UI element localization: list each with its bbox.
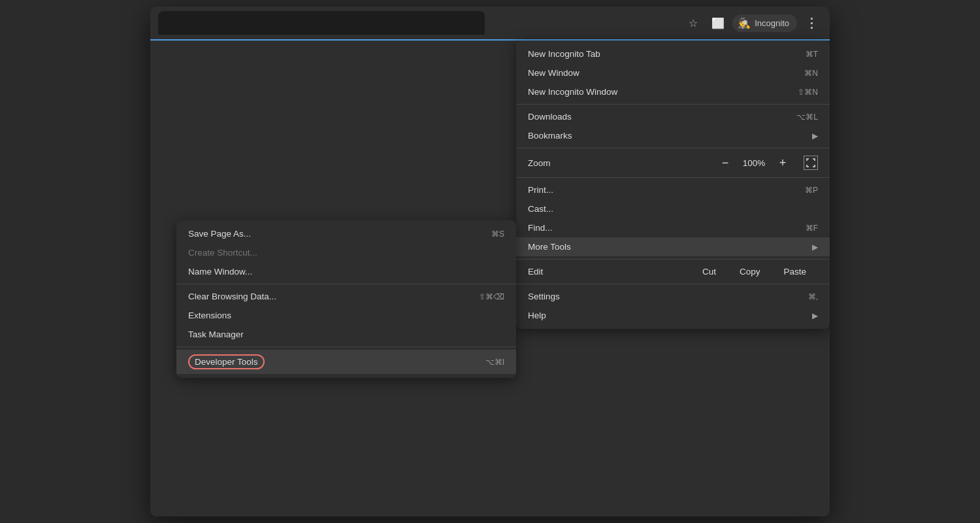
menu-item-label: New Incognito Tab — [528, 49, 600, 59]
submenu-item-extensions[interactable]: Extensions — [176, 306, 516, 325]
menu-item-help[interactable]: Help ▶ — [516, 306, 830, 325]
zoom-controls: − 100% + — [717, 156, 818, 170]
zoom-plus-button[interactable]: + — [775, 156, 791, 170]
copy-button[interactable]: Copy — [728, 267, 772, 277]
shortcut-save-page-as: ⌘S — [491, 229, 504, 239]
zoom-fullscreen-button[interactable] — [804, 156, 818, 170]
developer-tools-label: Developer Tools — [188, 354, 265, 369]
menu-item-label: New Incognito Window — [528, 87, 617, 97]
shortcut-settings: ⌘, — [808, 292, 818, 301]
page-content: New Incognito Tab ⌘T New Window ⌘N New I… — [150, 41, 830, 516]
zoom-value: 100% — [741, 158, 767, 168]
menu-item-label: Print... — [528, 185, 553, 195]
shortcut-new-incognito-window: ⇧⌘N — [798, 88, 818, 97]
menu-item-new-window[interactable]: New Window ⌘N — [516, 63, 830, 82]
submenu-divider-2 — [176, 346, 516, 347]
menu-item-label: Cast... — [528, 204, 553, 214]
menu-item-print[interactable]: Print... ⌘P — [516, 180, 830, 199]
cut-button[interactable]: Cut — [691, 267, 728, 277]
submenu-item-label: Task Manager — [188, 329, 244, 339]
zoom-label: Zoom — [528, 158, 717, 168]
arrow-icon: ▶ — [812, 243, 818, 252]
menu-item-label: Settings — [528, 292, 560, 301]
star-button[interactable]: ☆ — [683, 12, 704, 33]
toolbar: ☆ ⬜ 🕵 Incognito ⋮ — [150, 7, 830, 41]
shortcut-new-incognito-tab: ⌘T — [806, 50, 818, 59]
submenu-item-developer-tools[interactable]: Developer Tools ⌥⌘I — [176, 350, 516, 374]
active-tab[interactable] — [158, 11, 485, 35]
menu-divider-3 — [516, 177, 830, 178]
submenu-divider-1 — [176, 284, 516, 284]
shortcut-new-window: ⌘N — [804, 69, 818, 78]
menu-item-settings[interactable]: Settings ⌘, — [516, 287, 830, 306]
window-button[interactable]: ⬜ — [708, 12, 728, 33]
shortcut-find: ⌘F — [806, 224, 818, 233]
star-icon: ☆ — [689, 17, 698, 29]
zoom-minus-button[interactable]: − — [717, 156, 733, 170]
tab-strip — [158, 11, 678, 35]
menu-item-find[interactable]: Find... ⌘F — [516, 218, 830, 237]
menu-item-cast[interactable]: Cast... — [516, 199, 830, 218]
incognito-badge: 🕵 Incognito — [732, 14, 797, 32]
main-menu: New Incognito Tab ⌘T New Window ⌘N New I… — [516, 41, 830, 329]
submenu-item-label: Save Page As... — [188, 229, 251, 239]
submenu-item-task-manager[interactable]: Task Manager — [176, 325, 516, 344]
shortcut-print: ⌘P — [805, 186, 818, 195]
menu-item-label: New Window — [528, 68, 580, 78]
menu-item-bookmarks[interactable]: Bookmarks ▶ — [516, 126, 830, 145]
incognito-icon: 🕵 — [738, 17, 751, 29]
zoom-row: Zoom − 100% + — [516, 151, 830, 175]
submenu-item-name-window[interactable]: Name Window... — [176, 262, 516, 281]
menu-divider-2 — [516, 148, 830, 148]
submenu-item-create-shortcut[interactable]: Create Shortcut... — [176, 243, 516, 262]
browser-window: ☆ ⬜ 🕵 Incognito ⋮ New Incognito Tab ⌘T — [150, 7, 830, 516]
menu-item-more-tools[interactable]: More Tools ▶ — [516, 237, 830, 256]
more-button[interactable]: ⋮ — [801, 12, 822, 33]
paste-button[interactable]: Paste — [772, 267, 818, 277]
arrow-icon: ▶ — [812, 131, 818, 141]
menu-divider-1 — [516, 104, 830, 105]
toolbar-icons: ☆ ⬜ 🕵 Incognito ⋮ — [683, 12, 822, 33]
menu-item-label: Downloads — [528, 112, 572, 122]
menu-item-new-incognito-tab[interactable]: New Incognito Tab ⌘T — [516, 44, 830, 63]
more-icon: ⋮ — [805, 15, 818, 31]
edit-row: Edit Cut Copy Paste — [516, 262, 830, 281]
edit-actions: Cut Copy Paste — [691, 267, 818, 277]
shortcut-downloads: ⌥⌘L — [796, 112, 818, 122]
menu-item-downloads[interactable]: Downloads ⌥⌘L — [516, 107, 830, 126]
submenu-item-label: Create Shortcut... — [188, 248, 257, 258]
shortcut-developer-tools: ⌥⌘I — [485, 358, 504, 367]
arrow-icon: ▶ — [812, 311, 818, 320]
menu-item-label: Bookmarks — [528, 131, 572, 141]
menu-divider-5 — [516, 284, 830, 284]
menu-item-label: Find... — [528, 223, 553, 233]
submenu-item-label: Name Window... — [188, 267, 252, 277]
submenu-item-save-page-as[interactable]: Save Page As... ⌘S — [176, 224, 516, 243]
submenu-item-label: Extensions — [188, 311, 231, 320]
menu-item-new-incognito-window[interactable]: New Incognito Window ⇧⌘N — [516, 82, 830, 101]
shortcut-clear-browsing-data: ⇧⌘⌫ — [479, 292, 504, 301]
submenu-item-clear-browsing-data[interactable]: Clear Browsing Data... ⇧⌘⌫ — [176, 287, 516, 306]
submenu-item-label: Clear Browsing Data... — [188, 292, 276, 301]
menu-item-label: Help — [528, 311, 546, 320]
window-icon: ⬜ — [711, 17, 725, 29]
menu-item-label: More Tools — [528, 242, 571, 252]
submenu-more-tools: Save Page As... ⌘S Create Shortcut... Na… — [176, 220, 516, 378]
edit-label: Edit — [528, 267, 691, 277]
menu-divider-4 — [516, 259, 830, 260]
incognito-label: Incognito — [755, 18, 789, 28]
